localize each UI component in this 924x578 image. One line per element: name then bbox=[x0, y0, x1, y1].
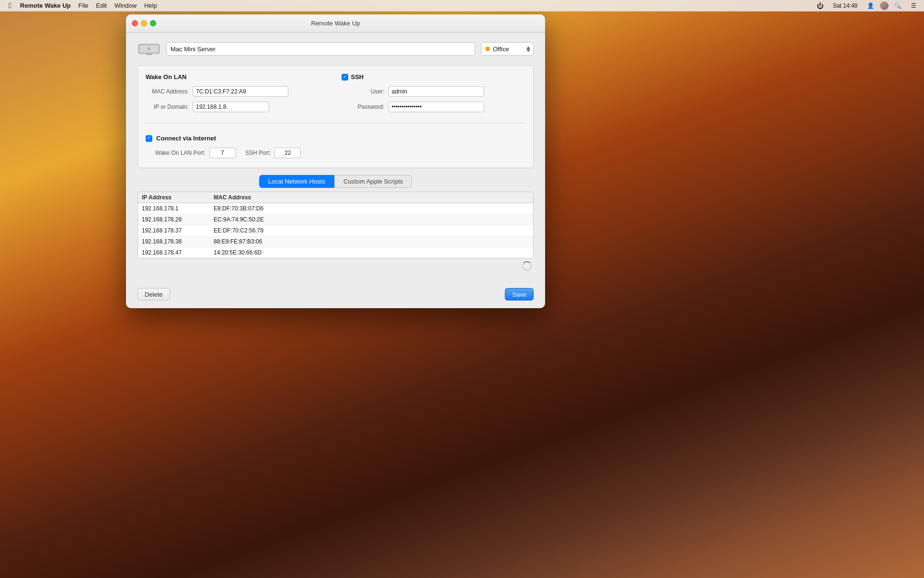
table-row[interactable]: 192.168.178.47 14:20:5E:30:66:6D bbox=[138, 247, 533, 258]
arrow-up-icon bbox=[526, 46, 530, 49]
ip-cell: 192.168.178.37 bbox=[142, 227, 214, 234]
bottom-bar: Delete Save bbox=[126, 283, 545, 308]
ssh-section: ✓ SSH User: Password: bbox=[342, 73, 526, 117]
device-icon bbox=[137, 42, 160, 56]
hosts-table: IP Address MAC Address 192.168.178.1 E8:… bbox=[137, 192, 534, 258]
wake-port-group: Wake On LAN Port: bbox=[155, 148, 236, 158]
mac-cell: E8:DF:70:3B:07:D6 bbox=[214, 205, 529, 212]
minimize-button[interactable] bbox=[141, 20, 147, 26]
ip-domain-row: IP or Domain: bbox=[146, 102, 330, 112]
main-window: Remote Wake Up Office bbox=[126, 14, 545, 308]
menu-bar:  Remote Wake Up File Edit Window Help ⏻… bbox=[0, 0, 924, 12]
ip-domain-label: IP or Domain: bbox=[146, 104, 189, 110]
ssh-password-input[interactable] bbox=[388, 102, 484, 112]
ip-cell: 192.168.178.47 bbox=[142, 249, 214, 256]
traffic-lights bbox=[132, 20, 156, 26]
location-selector[interactable]: Office bbox=[481, 42, 534, 56]
app-name-menu[interactable]: Remote Wake Up bbox=[16, 0, 75, 11]
ssh-port-input[interactable] bbox=[274, 148, 301, 158]
table-body: 192.168.178.1 E8:DF:70:3B:07:D6 192.168.… bbox=[138, 203, 533, 258]
table-row[interactable]: 192.168.178.1 E8:DF:70:3B:07:D6 bbox=[138, 203, 533, 214]
ip-column-header: IP Address bbox=[142, 194, 214, 201]
user-label: User: bbox=[342, 88, 385, 95]
mac-cell: EE:DF:70:C2:56:78 bbox=[214, 227, 529, 234]
wake-port-input[interactable] bbox=[209, 148, 236, 158]
ssh-port-label: SSH Port: bbox=[245, 150, 271, 156]
table-row[interactable]: 192.168.178.38 88:E9:FE:87:B3:06 bbox=[138, 236, 533, 247]
edit-menu[interactable]: Edit bbox=[92, 0, 111, 11]
mac-cell: 14:20:5E:30:66:6D bbox=[214, 249, 529, 256]
connect-internet-label: Connect via Internet bbox=[156, 135, 216, 142]
password-row: Password: bbox=[342, 102, 526, 112]
mac-cell: EC:9A:74:9C:50:2E bbox=[214, 216, 529, 223]
table-row[interactable]: 192.168.178.37 EE:DF:70:C2:56:78 bbox=[138, 225, 533, 236]
ip-cell: 192.168.178.1 bbox=[142, 205, 214, 212]
svg-rect-3 bbox=[146, 54, 152, 55]
mac-address-row: MAC Address: bbox=[146, 86, 330, 97]
ip-cell: 192.168.178.38 bbox=[142, 238, 214, 245]
mac-cell: 88:E9:FE:87:B3:06 bbox=[214, 238, 529, 245]
arrow-down-icon bbox=[526, 49, 530, 52]
connect-check-icon: ✓ bbox=[147, 136, 151, 140]
tab-local-network-hosts[interactable]: Local Network Hosts bbox=[259, 175, 334, 188]
window-content: Office Wake On LAN MAC Address: bbox=[126, 33, 545, 283]
mac-column-header: MAC Address bbox=[214, 194, 529, 201]
ssh-header: ✓ SSH bbox=[342, 73, 526, 81]
location-arrows bbox=[526, 46, 530, 52]
window-menu[interactable]: Window bbox=[111, 0, 140, 11]
maximize-button[interactable] bbox=[150, 20, 156, 26]
connect-internet-row: ✓ Connect via Internet bbox=[146, 135, 525, 142]
tab-custom-apple-scripts[interactable]: Custom Apple Scripts bbox=[334, 175, 412, 188]
port-row: Wake On LAN Port: SSH Port: bbox=[146, 148, 525, 160]
ip-cell: 192.168.178.28 bbox=[142, 216, 214, 223]
top-row: Office bbox=[137, 42, 534, 56]
search-icon[interactable]: 🔍 bbox=[890, 2, 905, 9]
tabs-container: Local Network Hosts Custom Apple Scripts bbox=[137, 175, 534, 188]
ssh-user-input[interactable] bbox=[388, 86, 484, 97]
user-icon[interactable]: 👤 bbox=[863, 2, 878, 9]
ssh-port-group: SSH Port: bbox=[245, 148, 301, 158]
spinner-area bbox=[137, 258, 534, 274]
table-header: IP Address MAC Address bbox=[138, 192, 533, 203]
location-color-dot bbox=[485, 46, 490, 51]
ip-domain-input[interactable] bbox=[193, 102, 269, 112]
mac-address-label: MAC Address: bbox=[146, 88, 189, 95]
apple-menu[interactable]:  bbox=[4, 0, 16, 11]
svg-point-2 bbox=[148, 47, 150, 50]
ssh-checkbox[interactable]: ✓ bbox=[342, 74, 348, 81]
title-bar: Remote Wake Up bbox=[126, 14, 545, 33]
wake-on-lan-header: Wake On LAN bbox=[146, 73, 330, 81]
location-label: Office bbox=[493, 46, 522, 53]
delete-button[interactable]: Delete bbox=[137, 288, 170, 301]
connect-internet-checkbox[interactable]: ✓ bbox=[146, 135, 152, 142]
check-icon: ✓ bbox=[343, 74, 347, 79]
file-menu[interactable]: File bbox=[75, 0, 92, 11]
loading-spinner bbox=[522, 261, 532, 271]
password-label: Password: bbox=[342, 104, 385, 110]
user-row: User: bbox=[342, 86, 526, 97]
ssh-title: SSH bbox=[351, 73, 364, 81]
avatar-icon[interactable] bbox=[880, 1, 889, 10]
wake-port-label: Wake On LAN Port: bbox=[155, 150, 205, 156]
list-icon[interactable]: ☰ bbox=[907, 2, 920, 9]
mac-address-input[interactable] bbox=[193, 86, 288, 97]
table-row[interactable]: 192.168.178.28 EC:9A:74:9C:50:2E bbox=[138, 214, 533, 225]
save-button[interactable]: Save bbox=[505, 288, 534, 301]
form-area: Wake On LAN MAC Address: IP or Domain: bbox=[137, 65, 534, 168]
device-name-input[interactable] bbox=[166, 42, 475, 56]
power-icon[interactable]: ⏻ bbox=[813, 2, 827, 10]
wake-on-lan-section: Wake On LAN MAC Address: IP or Domain: bbox=[146, 73, 330, 117]
help-menu[interactable]: Help bbox=[140, 0, 161, 11]
window-title: Remote Wake Up bbox=[311, 20, 360, 27]
clock: Sat 14:48 bbox=[829, 2, 861, 9]
form-columns: Wake On LAN MAC Address: IP or Domain: bbox=[146, 73, 525, 117]
wake-on-lan-title: Wake On LAN bbox=[146, 73, 186, 81]
close-button[interactable] bbox=[132, 20, 138, 26]
